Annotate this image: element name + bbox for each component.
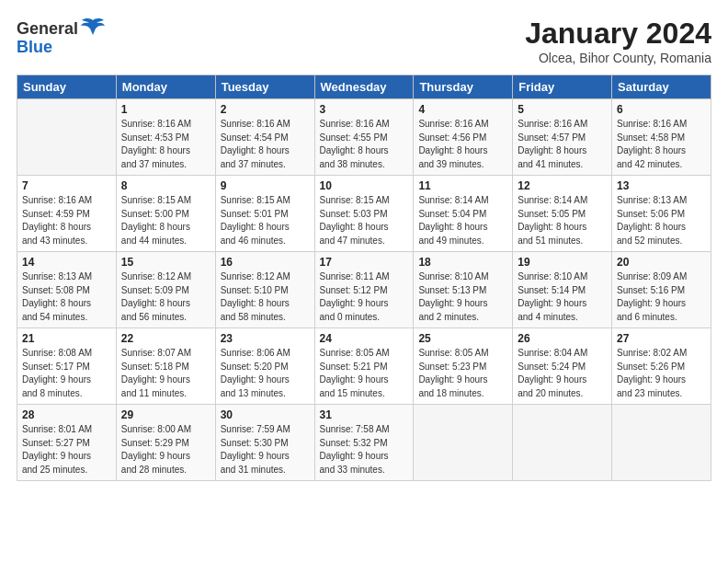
day-header-tuesday: Tuesday (215, 75, 314, 99)
calendar-cell: 26Sunrise: 8:04 AM Sunset: 5:24 PM Dayli… (513, 328, 612, 405)
calendar-cell: 2Sunrise: 8:16 AM Sunset: 4:54 PM Daylig… (215, 99, 314, 176)
calendar-cell: 4Sunrise: 8:16 AM Sunset: 4:56 PM Daylig… (414, 99, 513, 176)
day-info: Sunrise: 8:07 AM Sunset: 5:18 PM Dayligh… (121, 347, 210, 400)
day-header-monday: Monday (116, 75, 215, 99)
day-info: Sunrise: 8:14 AM Sunset: 5:04 PM Dayligh… (418, 194, 507, 247)
day-info: Sunrise: 8:16 AM Sunset: 4:58 PM Dayligh… (617, 118, 706, 171)
day-header-thursday: Thursday (414, 75, 513, 99)
logo-general-text: General (17, 20, 78, 39)
day-number: 8 (121, 179, 210, 192)
day-info: Sunrise: 8:15 AM Sunset: 5:00 PM Dayligh… (121, 194, 210, 247)
day-number: 12 (518, 179, 607, 192)
day-number: 15 (121, 256, 210, 269)
calendar-cell: 15Sunrise: 8:12 AM Sunset: 5:09 PM Dayli… (116, 252, 215, 328)
header: General Blue January 2024 Olcea, Bihor C… (17, 17, 711, 65)
day-number: 10 (320, 179, 409, 192)
day-info: Sunrise: 8:12 AM Sunset: 5:10 PM Dayligh… (221, 270, 310, 324)
day-number: 26 (518, 332, 607, 345)
calendar-cell: 17Sunrise: 8:11 AM Sunset: 5:12 PM Dayli… (314, 252, 414, 328)
day-number: 14 (22, 256, 111, 269)
week-row-2: 7Sunrise: 8:16 AM Sunset: 4:59 PM Daylig… (17, 176, 711, 252)
calendar-cell: 9Sunrise: 8:15 AM Sunset: 5:01 PM Daylig… (215, 176, 314, 252)
day-number: 25 (418, 332, 507, 345)
day-info: Sunrise: 8:12 AM Sunset: 5:09 PM Dayligh… (121, 270, 210, 324)
location-subtitle: Olcea, Bihor County, Romania (525, 51, 711, 65)
day-info: Sunrise: 8:01 AM Sunset: 5:27 PM Dayligh… (22, 423, 111, 477)
day-header-friday: Friday (513, 75, 612, 99)
day-info: Sunrise: 8:06 AM Sunset: 5:20 PM Dayligh… (221, 347, 310, 400)
day-number: 5 (518, 103, 607, 116)
day-header-saturday: Saturday (612, 75, 711, 99)
calendar-cell: 16Sunrise: 8:12 AM Sunset: 5:10 PM Dayli… (215, 252, 314, 328)
day-number: 2 (221, 103, 310, 116)
day-info: Sunrise: 8:08 AM Sunset: 5:17 PM Dayligh… (22, 347, 111, 400)
day-number: 30 (221, 408, 310, 421)
day-info: Sunrise: 8:00 AM Sunset: 5:29 PM Dayligh… (121, 423, 210, 477)
day-number: 27 (617, 332, 706, 345)
calendar-cell: 19Sunrise: 8:10 AM Sunset: 5:14 PM Dayli… (513, 252, 612, 328)
day-info: Sunrise: 8:05 AM Sunset: 5:23 PM Dayligh… (418, 347, 507, 400)
calendar-cell: 30Sunrise: 7:59 AM Sunset: 5:30 PM Dayli… (215, 405, 314, 481)
day-info: Sunrise: 7:58 AM Sunset: 5:32 PM Dayligh… (320, 423, 409, 477)
week-row-5: 28Sunrise: 8:01 AM Sunset: 5:27 PM Dayli… (17, 405, 711, 481)
day-info: Sunrise: 8:10 AM Sunset: 5:14 PM Dayligh… (518, 270, 607, 324)
calendar-cell: 7Sunrise: 8:16 AM Sunset: 4:59 PM Daylig… (17, 176, 117, 252)
day-info: Sunrise: 8:16 AM Sunset: 4:59 PM Dayligh… (22, 194, 111, 247)
day-number: 7 (22, 179, 111, 192)
calendar-cell: 24Sunrise: 8:05 AM Sunset: 5:21 PM Dayli… (314, 328, 414, 405)
day-number: 16 (221, 256, 310, 269)
calendar-cell (612, 405, 711, 481)
day-info: Sunrise: 8:09 AM Sunset: 5:16 PM Dayligh… (617, 270, 706, 324)
day-number: 4 (418, 103, 507, 116)
calendar-cell: 27Sunrise: 8:02 AM Sunset: 5:26 PM Dayli… (612, 328, 711, 405)
day-info: Sunrise: 8:11 AM Sunset: 5:12 PM Dayligh… (320, 270, 409, 324)
day-number: 31 (320, 408, 409, 421)
day-info: Sunrise: 8:14 AM Sunset: 5:05 PM Dayligh… (518, 194, 607, 247)
day-info: Sunrise: 8:16 AM Sunset: 4:53 PM Dayligh… (121, 118, 210, 171)
day-number: 20 (617, 256, 706, 269)
calendar-cell: 13Sunrise: 8:13 AM Sunset: 5:06 PM Dayli… (612, 176, 711, 252)
week-row-4: 21Sunrise: 8:08 AM Sunset: 5:17 PM Dayli… (17, 328, 711, 405)
day-header-wednesday: Wednesday (314, 75, 414, 99)
day-info: Sunrise: 8:13 AM Sunset: 5:08 PM Dayligh… (22, 270, 111, 324)
calendar-cell: 31Sunrise: 7:58 AM Sunset: 5:32 PM Dayli… (314, 405, 414, 481)
day-header-sunday: Sunday (17, 75, 117, 99)
calendar-cell: 1Sunrise: 8:16 AM Sunset: 4:53 PM Daylig… (116, 99, 215, 176)
day-info: Sunrise: 8:05 AM Sunset: 5:21 PM Dayligh… (320, 347, 409, 400)
day-number: 17 (320, 256, 409, 269)
title-block: January 2024 Olcea, Bihor County, Romani… (525, 17, 711, 65)
day-info: Sunrise: 8:15 AM Sunset: 5:03 PM Dayligh… (320, 194, 409, 247)
day-number: 23 (221, 332, 310, 345)
day-number: 28 (22, 408, 111, 421)
calendar-cell: 10Sunrise: 8:15 AM Sunset: 5:03 PM Dayli… (314, 176, 414, 252)
week-row-3: 14Sunrise: 8:13 AM Sunset: 5:08 PM Dayli… (17, 252, 711, 328)
page: General Blue January 2024 Olcea, Bihor C… (0, 0, 728, 490)
day-number: 19 (518, 256, 607, 269)
calendar-cell: 6Sunrise: 8:16 AM Sunset: 4:58 PM Daylig… (612, 99, 711, 176)
day-info: Sunrise: 8:16 AM Sunset: 4:54 PM Dayligh… (221, 118, 310, 171)
calendar-cell: 22Sunrise: 8:07 AM Sunset: 5:18 PM Dayli… (116, 328, 215, 405)
day-info: Sunrise: 8:16 AM Sunset: 4:55 PM Dayligh… (320, 118, 409, 171)
day-number: 3 (320, 103, 409, 116)
calendar-cell: 11Sunrise: 8:14 AM Sunset: 5:04 PM Dayli… (414, 176, 513, 252)
day-number: 11 (418, 179, 507, 192)
logo: General Blue (17, 17, 106, 56)
logo-blue-text: Blue (17, 39, 52, 57)
day-number: 22 (121, 332, 210, 345)
calendar-cell: 8Sunrise: 8:15 AM Sunset: 5:00 PM Daylig… (116, 176, 215, 252)
day-info: Sunrise: 8:02 AM Sunset: 5:26 PM Dayligh… (617, 347, 706, 400)
day-info: Sunrise: 7:59 AM Sunset: 5:30 PM Dayligh… (221, 423, 310, 477)
day-number: 21 (22, 332, 111, 345)
header-row: SundayMondayTuesdayWednesdayThursdayFrid… (17, 75, 711, 99)
calendar-cell (414, 405, 513, 481)
calendar-cell: 3Sunrise: 8:16 AM Sunset: 4:55 PM Daylig… (314, 99, 414, 176)
calendar-cell: 25Sunrise: 8:05 AM Sunset: 5:23 PM Dayli… (414, 328, 513, 405)
calendar-cell: 23Sunrise: 8:06 AM Sunset: 5:20 PM Dayli… (215, 328, 314, 405)
calendar-cell: 14Sunrise: 8:13 AM Sunset: 5:08 PM Dayli… (17, 252, 117, 328)
calendar-table: SundayMondayTuesdayWednesdayThursdayFrid… (17, 75, 711, 481)
day-info: Sunrise: 8:13 AM Sunset: 5:06 PM Dayligh… (617, 194, 706, 247)
calendar-cell: 29Sunrise: 8:00 AM Sunset: 5:29 PM Dayli… (116, 405, 215, 481)
logo-bird-icon (80, 17, 106, 42)
calendar-cell (513, 405, 612, 481)
calendar-cell (17, 99, 117, 176)
